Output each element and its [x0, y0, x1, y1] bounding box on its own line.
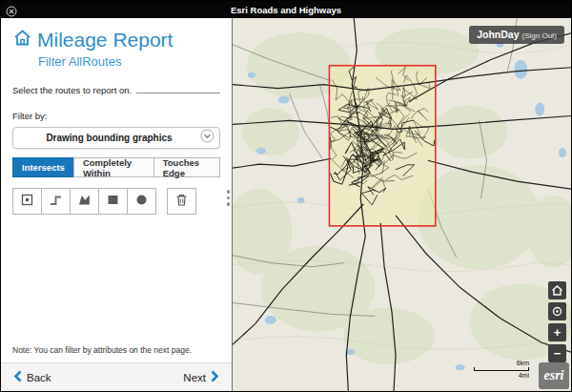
chevron-down-icon: [200, 129, 214, 147]
panel-subtitle: Filter AllRoutes: [38, 54, 220, 69]
point-select-icon: [19, 192, 35, 212]
esri-logo: esri: [539, 362, 569, 389]
map-home-button[interactable]: [548, 281, 566, 299]
map-home-icon: [551, 284, 563, 297]
scalebar-km-label: 6km: [474, 360, 529, 366]
panel-footer: Back Next: [1, 362, 232, 391]
filter-method-dropdown[interactable]: Drawing bounding graphics: [12, 127, 220, 149]
tab-touches-edge[interactable]: Touches Edge: [153, 157, 220, 177]
basemap-canvas: [233, 18, 571, 391]
divider-line: [136, 93, 220, 93]
next-label: Next: [183, 372, 206, 383]
zoom-out-button[interactable]: −: [548, 344, 566, 362]
locate-button[interactable]: [548, 302, 566, 320]
instruction-text: Select the routes to report on.: [12, 85, 132, 95]
clear-graphics-button[interactable]: [167, 188, 196, 215]
zoom-in-button[interactable]: +: [548, 323, 566, 341]
rectangle-tool-button[interactable]: [98, 188, 128, 215]
draw-toolbar: [12, 188, 220, 215]
polygon-icon: [76, 192, 92, 212]
map-controls: + −: [548, 281, 566, 362]
home-icon: [12, 28, 32, 52]
dropdown-value: Drawing bounding graphics: [18, 133, 200, 143]
next-chevron-icon: [211, 370, 219, 384]
point-select-tool-button[interactable]: [12, 188, 42, 215]
spatial-relation-tabs: Intersects Completely Within Touches Edg…: [12, 157, 220, 177]
map-view[interactable]: JohnDay (Sign Out) + −: [233, 18, 571, 391]
circle-icon: [133, 192, 150, 212]
tab-completely-within[interactable]: Completely Within: [73, 157, 154, 177]
polyline-tool-button[interactable]: [41, 188, 71, 215]
scalebar-line: [474, 367, 529, 371]
titlebar: Esri Roads and Highways: [1, 1, 571, 18]
trash-icon: [174, 192, 190, 212]
back-label: Back: [27, 372, 51, 383]
back-button[interactable]: Back: [13, 370, 51, 384]
app-window: Esri Roads and Highways Mileage Report F…: [0, 0, 572, 392]
note-text: Note: You can filter by attributes on th…: [12, 345, 192, 355]
next-button[interactable]: Next: [183, 370, 219, 384]
polyline-icon: [48, 192, 64, 212]
selection-highlight: [329, 66, 435, 226]
panel-splitter-handle[interactable]: [227, 190, 231, 206]
polygon-tool-button[interactable]: [70, 188, 99, 215]
page-title: Mileage Report: [37, 29, 173, 52]
scalebar: 6km 4mi: [474, 360, 529, 379]
tab-intersects[interactable]: Intersects: [12, 157, 74, 177]
mileage-report-panel: Mileage Report Filter AllRoutes Select t…: [1, 18, 233, 391]
circle-tool-button[interactable]: [127, 188, 156, 215]
window-title: Esri Roads and Highways: [231, 5, 341, 15]
back-chevron-icon: [13, 370, 22, 384]
filter-by-label: Filter by:: [12, 111, 220, 121]
locate-icon: [551, 305, 563, 318]
close-icon[interactable]: [6, 4, 17, 15]
user-signout-button[interactable]: JohnDay (Sign Out): [469, 26, 564, 44]
user-name: JohnDay: [477, 29, 519, 40]
scalebar-mi-label: 4mi: [474, 372, 529, 379]
rectangle-icon: [105, 192, 121, 212]
signout-label: (Sign Out): [522, 31, 557, 40]
